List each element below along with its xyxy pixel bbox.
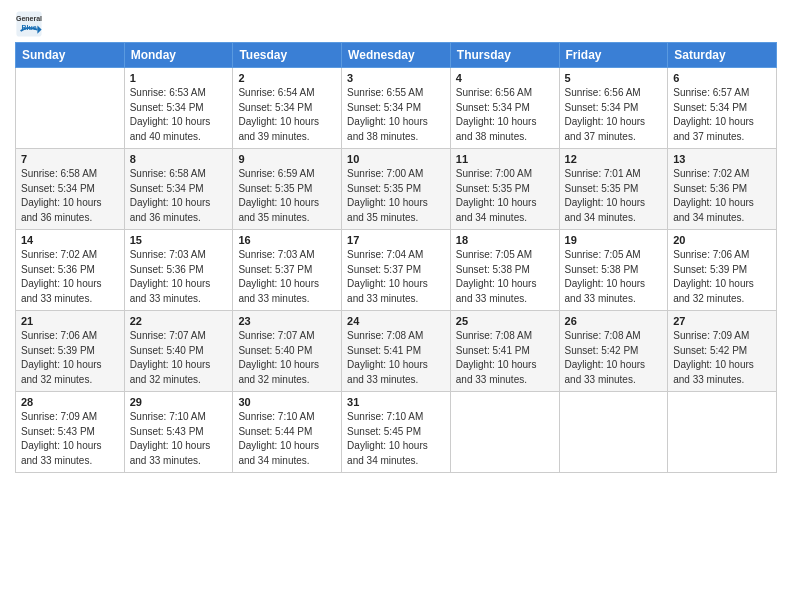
day-number: 19 xyxy=(565,234,663,246)
day-number: 11 xyxy=(456,153,554,165)
day-info: Sunrise: 7:00 AMSunset: 5:35 PMDaylight:… xyxy=(347,167,445,225)
table-row: 2Sunrise: 6:54 AMSunset: 5:34 PMDaylight… xyxy=(233,68,342,149)
table-row: 14Sunrise: 7:02 AMSunset: 5:36 PMDayligh… xyxy=(16,230,125,311)
day-number: 22 xyxy=(130,315,228,327)
header: General Blue xyxy=(15,10,777,38)
day-info: Sunrise: 7:10 AMSunset: 5:43 PMDaylight:… xyxy=(130,410,228,468)
col-tuesday: Tuesday xyxy=(233,43,342,68)
table-row: 22Sunrise: 7:07 AMSunset: 5:40 PMDayligh… xyxy=(124,311,233,392)
table-row xyxy=(450,392,559,473)
day-info: Sunrise: 6:57 AMSunset: 5:34 PMDaylight:… xyxy=(673,86,771,144)
table-row: 19Sunrise: 7:05 AMSunset: 5:38 PMDayligh… xyxy=(559,230,668,311)
table-row: 12Sunrise: 7:01 AMSunset: 5:35 PMDayligh… xyxy=(559,149,668,230)
svg-text:General: General xyxy=(16,15,42,22)
day-info: Sunrise: 7:10 AMSunset: 5:44 PMDaylight:… xyxy=(238,410,336,468)
day-info: Sunrise: 7:07 AMSunset: 5:40 PMDaylight:… xyxy=(238,329,336,387)
day-number: 3 xyxy=(347,72,445,84)
calendar-week-row: 21Sunrise: 7:06 AMSunset: 5:39 PMDayligh… xyxy=(16,311,777,392)
day-info: Sunrise: 7:05 AMSunset: 5:38 PMDaylight:… xyxy=(456,248,554,306)
table-row: 18Sunrise: 7:05 AMSunset: 5:38 PMDayligh… xyxy=(450,230,559,311)
day-info: Sunrise: 7:02 AMSunset: 5:36 PMDaylight:… xyxy=(673,167,771,225)
day-info: Sunrise: 7:01 AMSunset: 5:35 PMDaylight:… xyxy=(565,167,663,225)
day-info: Sunrise: 7:00 AMSunset: 5:35 PMDaylight:… xyxy=(456,167,554,225)
col-sunday: Sunday xyxy=(16,43,125,68)
table-row: 16Sunrise: 7:03 AMSunset: 5:37 PMDayligh… xyxy=(233,230,342,311)
table-row: 3Sunrise: 6:55 AMSunset: 5:34 PMDaylight… xyxy=(342,68,451,149)
day-number: 15 xyxy=(130,234,228,246)
day-number: 5 xyxy=(565,72,663,84)
day-number: 4 xyxy=(456,72,554,84)
day-info: Sunrise: 6:54 AMSunset: 5:34 PMDaylight:… xyxy=(238,86,336,144)
day-info: Sunrise: 6:56 AMSunset: 5:34 PMDaylight:… xyxy=(456,86,554,144)
day-info: Sunrise: 6:53 AMSunset: 5:34 PMDaylight:… xyxy=(130,86,228,144)
day-number: 30 xyxy=(238,396,336,408)
day-number: 28 xyxy=(21,396,119,408)
day-info: Sunrise: 7:03 AMSunset: 5:36 PMDaylight:… xyxy=(130,248,228,306)
day-number: 21 xyxy=(21,315,119,327)
calendar-table: Sunday Monday Tuesday Wednesday Thursday… xyxy=(15,42,777,473)
weekday-header-row: Sunday Monday Tuesday Wednesday Thursday… xyxy=(16,43,777,68)
table-row: 31Sunrise: 7:10 AMSunset: 5:45 PMDayligh… xyxy=(342,392,451,473)
day-number: 29 xyxy=(130,396,228,408)
day-info: Sunrise: 7:05 AMSunset: 5:38 PMDaylight:… xyxy=(565,248,663,306)
table-row: 7Sunrise: 6:58 AMSunset: 5:34 PMDaylight… xyxy=(16,149,125,230)
logo-icon: General Blue xyxy=(15,10,43,38)
day-number: 9 xyxy=(238,153,336,165)
table-row xyxy=(559,392,668,473)
table-row xyxy=(668,392,777,473)
day-info: Sunrise: 7:08 AMSunset: 5:41 PMDaylight:… xyxy=(347,329,445,387)
logo: General Blue xyxy=(15,10,45,38)
day-info: Sunrise: 6:58 AMSunset: 5:34 PMDaylight:… xyxy=(130,167,228,225)
day-number: 18 xyxy=(456,234,554,246)
table-row: 21Sunrise: 7:06 AMSunset: 5:39 PMDayligh… xyxy=(16,311,125,392)
day-info: Sunrise: 7:10 AMSunset: 5:45 PMDaylight:… xyxy=(347,410,445,468)
col-thursday: Thursday xyxy=(450,43,559,68)
table-row: 27Sunrise: 7:09 AMSunset: 5:42 PMDayligh… xyxy=(668,311,777,392)
day-info: Sunrise: 7:08 AMSunset: 5:42 PMDaylight:… xyxy=(565,329,663,387)
table-row: 8Sunrise: 6:58 AMSunset: 5:34 PMDaylight… xyxy=(124,149,233,230)
table-row: 15Sunrise: 7:03 AMSunset: 5:36 PMDayligh… xyxy=(124,230,233,311)
day-info: Sunrise: 6:58 AMSunset: 5:34 PMDaylight:… xyxy=(21,167,119,225)
table-row: 1Sunrise: 6:53 AMSunset: 5:34 PMDaylight… xyxy=(124,68,233,149)
day-number: 24 xyxy=(347,315,445,327)
day-number: 10 xyxy=(347,153,445,165)
day-number: 1 xyxy=(130,72,228,84)
day-number: 7 xyxy=(21,153,119,165)
day-number: 20 xyxy=(673,234,771,246)
day-info: Sunrise: 7:04 AMSunset: 5:37 PMDaylight:… xyxy=(347,248,445,306)
table-row: 23Sunrise: 7:07 AMSunset: 5:40 PMDayligh… xyxy=(233,311,342,392)
day-number: 17 xyxy=(347,234,445,246)
table-row: 6Sunrise: 6:57 AMSunset: 5:34 PMDaylight… xyxy=(668,68,777,149)
day-info: Sunrise: 6:56 AMSunset: 5:34 PMDaylight:… xyxy=(565,86,663,144)
table-row: 29Sunrise: 7:10 AMSunset: 5:43 PMDayligh… xyxy=(124,392,233,473)
day-number: 23 xyxy=(238,315,336,327)
table-row xyxy=(16,68,125,149)
col-wednesday: Wednesday xyxy=(342,43,451,68)
day-number: 12 xyxy=(565,153,663,165)
table-row: 20Sunrise: 7:06 AMSunset: 5:39 PMDayligh… xyxy=(668,230,777,311)
table-row: 30Sunrise: 7:10 AMSunset: 5:44 PMDayligh… xyxy=(233,392,342,473)
day-info: Sunrise: 7:09 AMSunset: 5:43 PMDaylight:… xyxy=(21,410,119,468)
table-row: 26Sunrise: 7:08 AMSunset: 5:42 PMDayligh… xyxy=(559,311,668,392)
day-number: 8 xyxy=(130,153,228,165)
col-saturday: Saturday xyxy=(668,43,777,68)
day-info: Sunrise: 6:59 AMSunset: 5:35 PMDaylight:… xyxy=(238,167,336,225)
day-number: 31 xyxy=(347,396,445,408)
day-number: 27 xyxy=(673,315,771,327)
day-info: Sunrise: 7:03 AMSunset: 5:37 PMDaylight:… xyxy=(238,248,336,306)
day-info: Sunrise: 7:09 AMSunset: 5:42 PMDaylight:… xyxy=(673,329,771,387)
day-info: Sunrise: 7:02 AMSunset: 5:36 PMDaylight:… xyxy=(21,248,119,306)
table-row: 5Sunrise: 6:56 AMSunset: 5:34 PMDaylight… xyxy=(559,68,668,149)
col-friday: Friday xyxy=(559,43,668,68)
calendar-week-row: 28Sunrise: 7:09 AMSunset: 5:43 PMDayligh… xyxy=(16,392,777,473)
calendar-week-row: 1Sunrise: 6:53 AMSunset: 5:34 PMDaylight… xyxy=(16,68,777,149)
day-number: 13 xyxy=(673,153,771,165)
table-row: 24Sunrise: 7:08 AMSunset: 5:41 PMDayligh… xyxy=(342,311,451,392)
calendar-week-row: 7Sunrise: 6:58 AMSunset: 5:34 PMDaylight… xyxy=(16,149,777,230)
col-monday: Monday xyxy=(124,43,233,68)
day-number: 2 xyxy=(238,72,336,84)
day-number: 16 xyxy=(238,234,336,246)
page: General Blue Sunday Monday Tuesday Wedne… xyxy=(0,0,792,612)
table-row: 9Sunrise: 6:59 AMSunset: 5:35 PMDaylight… xyxy=(233,149,342,230)
table-row: 11Sunrise: 7:00 AMSunset: 5:35 PMDayligh… xyxy=(450,149,559,230)
